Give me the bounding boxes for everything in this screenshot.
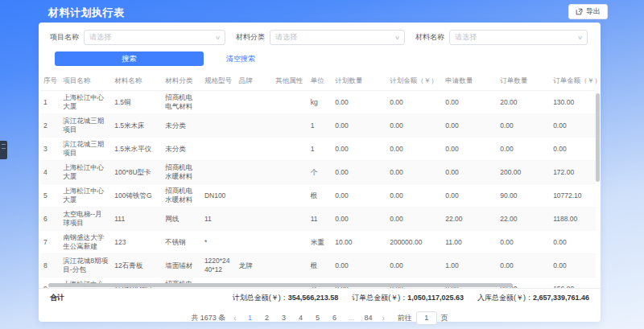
table-cell: 上海松江中心大厦: [60, 161, 111, 184]
pagination-pages: 123456...84: [245, 312, 374, 323]
pagination-page-2[interactable]: 2: [262, 312, 273, 323]
material-category-select[interactable]: 请选择 ∨: [270, 30, 405, 45]
chevron-down-icon: ∨: [394, 35, 400, 41]
horizontal-scrollbar[interactable]: [48, 283, 513, 287]
table-cell: 2: [40, 114, 60, 138]
material-category-label: 材料分类: [236, 32, 265, 43]
table-cell: 1: [308, 138, 332, 161]
pagination-page-1[interactable]: 1: [245, 312, 256, 323]
table-cell: 0.00: [332, 254, 386, 278]
table-cell: 0.00: [386, 114, 442, 138]
pagination-next-button[interactable]: ›: [380, 312, 387, 324]
table-cell: 0.00: [497, 231, 550, 254]
table-cell: 20.00: [497, 91, 550, 114]
table-cell: 11: [201, 208, 236, 231]
table-cell: 网线: [162, 208, 201, 231]
pagination-page-4[interactable]: 4: [295, 312, 307, 323]
table-row[interactable]: 6太空电梯--月球项目111网线11110.000.0022.0022.0011…: [40, 208, 596, 231]
pagination-goto: 前往 页: [398, 311, 448, 325]
column-header: 订单金额（￥）: [550, 72, 596, 91]
filter-bar: 项目名称 请选择 ∨ 材料分类 请选择 ∨ 材料名称 请选择 ∨: [39, 23, 601, 45]
table-cell: 1.5铜: [111, 91, 162, 114]
table-cell: 0.00: [386, 254, 442, 278]
sidebar-handle[interactable]: [0, 141, 7, 159]
table-cell: [235, 184, 272, 208]
table-cell: 4: [40, 161, 60, 184]
column-header: 其他属性: [272, 72, 308, 91]
table-cell: 0.00: [386, 161, 442, 184]
column-header: 申请数量: [442, 72, 497, 91]
table-cell: 100铸铁管G: [111, 184, 162, 208]
column-header: 单位: [308, 72, 332, 91]
table-cell: 0.00: [497, 114, 550, 138]
table-cell: 12石膏板: [111, 254, 162, 278]
table-cell: [235, 138, 272, 161]
table-row[interactable]: 1上海松江中心大厦1.5铜招商机电 电气材料kg0.000.000.0020.0…: [40, 91, 596, 114]
pagination-page-3[interactable]: 3: [279, 312, 290, 323]
content-panel: 项目名称 请选择 ∨ 材料分类 请选择 ∨ 材料名称 请选择 ∨ 搜索 清空搜索: [39, 23, 601, 322]
table-cell: 0.00: [442, 91, 497, 114]
table-cell: 0.00: [332, 208, 386, 231]
table-cell: 上海松江中心大厦: [60, 91, 111, 114]
table-cell: 11: [308, 208, 332, 231]
table-cell: 172.00: [550, 161, 596, 184]
table-row[interactable]: 5上海松江中心大厦100铸铁管G招商机电 水暖材料DN100根0.000.000…: [40, 184, 596, 208]
table-cell: 0.00: [332, 161, 386, 184]
pagination-page-5[interactable]: 5: [312, 312, 324, 323]
table-cell: [272, 254, 308, 278]
table-cell: 1220*2440*12: [201, 254, 236, 278]
table-row[interactable]: 3滨江花城三期项目1.5米水平仪未分类10.000.000.000.000.00: [40, 138, 596, 161]
table-cell: 太空电梯--月球项目: [60, 208, 111, 231]
material-name-select[interactable]: 请选择 ∨: [449, 30, 588, 45]
table-cell: 招商机电 水暖材料: [162, 161, 201, 184]
table-cell: 200.00: [497, 161, 550, 184]
goto-page-input[interactable]: [416, 311, 437, 325]
pagination-prev-button[interactable]: ‹: [231, 312, 238, 324]
column-header: 序号: [40, 72, 60, 91]
table-row[interactable]: 8滨江花城8期项目-分包12石膏板墙面辅材1220*2440*12龙牌根0.00…: [40, 254, 596, 278]
table-cell: 123: [111, 231, 162, 254]
pagination-ellipsis[interactable]: ...: [346, 312, 357, 323]
table-cell: 米重: [308, 231, 332, 254]
table-row[interactable]: 4上海松江中心大厦100*8U型卡招商机电 水暖材料个0.000.000.002…: [40, 161, 596, 184]
material-name-label: 材料名称: [415, 32, 444, 43]
table-cell: 1.5米木床: [111, 114, 162, 138]
search-button[interactable]: 搜索: [55, 51, 204, 66]
table-cell: *: [201, 231, 236, 254]
pagination-page-84[interactable]: 84: [363, 312, 374, 323]
inbound-total-amount: 入库总金额(￥)：2,657,339,761.46: [477, 293, 589, 303]
table-cell: 5: [40, 184, 60, 208]
table-cell: 滨江花城8期项目-分包: [60, 254, 111, 278]
column-header: 项目名称: [60, 72, 111, 91]
material-category-placeholder: 请选择: [275, 32, 297, 43]
planned-total-amount: 计划总金额(￥)：354,566,213.58: [233, 293, 339, 303]
table-cell: 90.00: [497, 184, 550, 208]
table-cell: 10772.10: [550, 184, 596, 208]
table-cell: 未分类: [162, 114, 201, 138]
project-name-select[interactable]: 请选择 ∨: [84, 30, 225, 45]
export-label: 导出: [586, 6, 601, 17]
pagination-page-6[interactable]: 6: [329, 312, 341, 323]
table-cell: 22.00: [497, 208, 550, 231]
goto-suffix: 页: [441, 313, 448, 323]
vertical-scrollbar[interactable]: [596, 93, 600, 182]
column-header: 订单数量: [497, 72, 550, 91]
table-cell: 0.00: [442, 184, 497, 208]
export-button[interactable]: 导出: [568, 4, 608, 19]
action-bar: 搜索 清空搜索: [55, 51, 601, 66]
table-cell: 0.00: [442, 138, 497, 161]
table-row[interactable]: 2滨江花城三期项目1.5米木床未分类10.000.000.000.000.00: [40, 114, 596, 138]
clear-search-link[interactable]: 清空搜索: [226, 54, 255, 64]
column-header: 材料分类: [162, 72, 201, 91]
material-name-placeholder: 请选择: [455, 32, 477, 43]
table-cell: [201, 161, 236, 184]
column-header: 材料名称: [111, 72, 162, 91]
table-cell: 0.00: [497, 254, 550, 278]
table-cell: [235, 114, 272, 138]
summary-bar: 合计 计划总金额(￥)：354,566,213.58 订单总金额(￥)：1,05…: [39, 288, 601, 306]
table-row[interactable]: 7南钢盛达大学生公寓新建123不锈钢*米重10.00200000.0011.00…: [40, 231, 596, 254]
table-cell: 0.00: [386, 208, 442, 231]
page-title: 材料计划执行表: [48, 6, 125, 20]
table-cell: 1188.00: [550, 208, 596, 231]
table-cell: 南钢盛达大学生公寓新建: [60, 231, 111, 254]
